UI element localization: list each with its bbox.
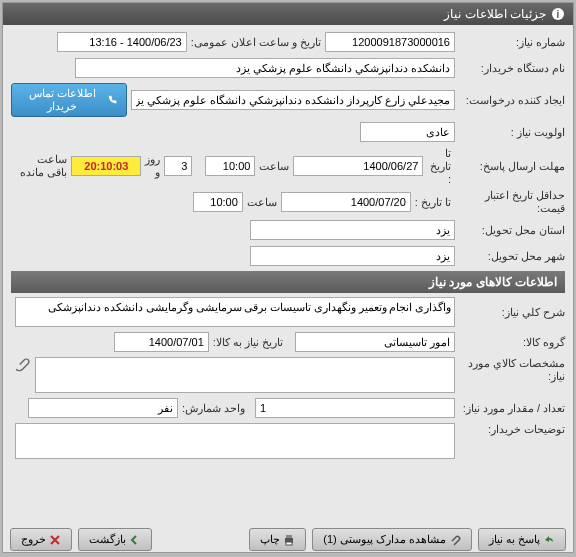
time-label-1: ساعت <box>259 160 289 173</box>
buyer-label: نام دستگاه خریدار: <box>455 62 565 75</box>
buyer-field[interactable] <box>75 58 455 78</box>
creator-field[interactable] <box>131 90 455 110</box>
qty-field[interactable] <box>255 398 455 418</box>
phone-icon <box>108 94 118 106</box>
until-label-1: تا تاریخ : <box>427 147 451 185</box>
time-label-2: ساعت <box>247 196 277 209</box>
exit-icon <box>49 534 61 546</box>
spec-label: مشخصات کالاي مورد نیاز: <box>455 357 565 383</box>
description-field[interactable]: واگذاری انجام وتعمیر ونگهداری تاسیسات بر… <box>15 297 455 327</box>
deadline-date-field[interactable] <box>293 156 423 176</box>
city-field[interactable] <box>250 246 455 266</box>
reply-button[interactable]: پاسخ به نیاز <box>478 528 566 551</box>
svg-rect-3 <box>286 535 292 538</box>
attachment-icon[interactable] <box>16 357 31 372</box>
validity-date-field[interactable] <box>281 192 411 212</box>
attachments-button[interactable]: مشاهده مدارک پیوستی (1) <box>312 528 472 551</box>
need-number-label: شماره نیاز: <box>455 36 565 49</box>
reply-icon <box>543 534 555 546</box>
deadline-time-field[interactable] <box>205 156 255 176</box>
printer-icon <box>283 534 295 546</box>
priority-label: اولویت نیاز : <box>455 126 565 139</box>
window-titlebar: i جزئیات اطلاعات نیاز <box>3 3 573 25</box>
validity-time-field[interactable] <box>193 192 243 212</box>
need-number-field[interactable] <box>325 32 455 52</box>
description-label: شرح کلي نیاز: <box>455 306 565 319</box>
back-icon <box>129 534 141 546</box>
province-field[interactable] <box>250 220 455 240</box>
unit-label: واحد شمارش: <box>182 402 245 415</box>
days-label: روز و <box>145 153 160 179</box>
info-icon: i <box>551 7 565 21</box>
buyer-contact-button[interactable]: اطلاعات تماس خریدار <box>11 83 127 117</box>
announce-date-field[interactable] <box>57 32 187 52</box>
svg-rect-4 <box>286 542 292 545</box>
need-date-field[interactable] <box>114 332 209 352</box>
window-title: جزئیات اطلاعات نیاز <box>444 7 546 21</box>
exit-button[interactable]: خروج <box>10 528 72 551</box>
validity-label: حداقل تاریخ اعتبار قیمت: <box>455 189 565 215</box>
spec-field[interactable] <box>35 357 455 393</box>
unit-field[interactable] <box>28 398 178 418</box>
deadline-label: مهلت ارسال پاسخ: <box>455 160 565 173</box>
announce-label: تاریخ و ساعت اعلان عمومی: <box>191 36 321 49</box>
qty-label: تعداد / مقدار مورد نیاز: <box>455 402 565 415</box>
province-label: استان محل تحویل: <box>455 224 565 237</box>
remaining-label: ساعت باقی مانده <box>15 153 67 179</box>
notes-label: توضیحات خریدار: <box>455 423 565 436</box>
print-button[interactable]: چاپ <box>249 528 306 551</box>
svg-text:i: i <box>557 9 560 20</box>
days-remaining-field[interactable] <box>164 156 192 176</box>
back-button[interactable]: بازگشت <box>78 528 152 551</box>
priority-field[interactable] <box>360 122 455 142</box>
need-date-label: تاریخ نیاز به کالا: <box>213 336 283 349</box>
city-label: شهر محل تحویل: <box>455 250 565 263</box>
group-field[interactable] <box>295 332 455 352</box>
until-label-2: تا تاریخ : <box>415 196 451 209</box>
creator-label: ایجاد کننده درخواست: <box>455 94 565 107</box>
items-section-header: اطلاعات کالاهای مورد نیاز <box>11 271 565 293</box>
notes-field[interactable] <box>15 423 455 459</box>
paperclip-icon <box>449 534 461 546</box>
countdown-field <box>71 156 141 176</box>
group-label: گروه کالا: <box>455 336 565 349</box>
